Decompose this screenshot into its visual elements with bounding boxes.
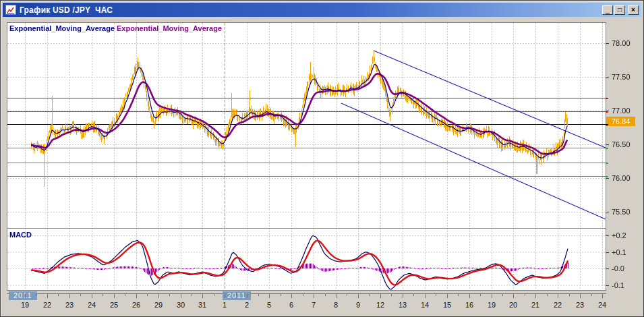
time-tick-minor [258, 293, 259, 296]
time-tick [535, 293, 536, 298]
time-tick [336, 293, 336, 298]
time-tick-minor [480, 293, 481, 296]
time-tick-minor [591, 293, 592, 296]
time-tick-minor [147, 293, 148, 296]
date-label: 19 [483, 301, 500, 309]
time-tick [403, 293, 403, 298]
date-label: 1 [216, 301, 233, 309]
price-scale[interactable]: 76.84 78.0077.5077.0076.5076.0075.50+0.2… [606, 22, 644, 291]
time-tick-minor [325, 293, 326, 296]
time-tick [447, 293, 448, 298]
date-label: 29 [150, 301, 167, 309]
time-tick [380, 293, 381, 298]
time-tick [558, 293, 558, 298]
date-label: 6 [283, 301, 300, 309]
date-label: 13 [394, 301, 411, 309]
price-tick-label: 76.00 [612, 174, 631, 182]
time-tick-minor [458, 293, 459, 296]
time-tick [269, 293, 270, 298]
level-tick [606, 124, 608, 125]
macd-tick-mark [606, 252, 609, 253]
level-tick [606, 111, 608, 113]
date-label: 21 [527, 301, 544, 309]
date-label: 23 [571, 301, 589, 309]
price-tick-label: 78.00 [612, 39, 631, 47]
time-tick-minor [281, 293, 281, 296]
time-tick-minor [547, 293, 548, 296]
time-tick [602, 293, 603, 298]
time-tick-minor [80, 293, 81, 296]
date-label: 26 [127, 301, 145, 309]
minimize-button[interactable]: _ [602, 5, 613, 15]
date-label: 7 [305, 301, 322, 309]
date-label: 15 [438, 301, 456, 309]
time-axis[interactable]: 2011 2011 192223242526293031125678912131… [1, 291, 644, 312]
date-label: 2 [238, 301, 256, 309]
time-tick [225, 293, 225, 298]
current-price-badge: 76.84 [606, 117, 635, 126]
date-label: 25 [105, 301, 123, 309]
time-tick [492, 293, 492, 298]
macd-tick-mark [606, 285, 609, 286]
time-tick [158, 293, 159, 298]
time-tick-minor [525, 293, 525, 296]
date-label: 8 [327, 301, 345, 309]
time-tick-minor [58, 293, 59, 296]
price-tick-mark [606, 144, 609, 145]
level-tick [606, 163, 608, 164]
time-tick-minor [413, 293, 414, 296]
date-label: 14 [416, 301, 434, 309]
title-bar[interactable]: График USD /JPY ЧАС _ □ × [3, 3, 641, 17]
chart-canvas[interactable] [7, 22, 606, 291]
time-tick [114, 293, 115, 298]
date-label: 9 [349, 301, 367, 309]
time-tick [47, 293, 48, 298]
time-tick-minor [125, 293, 125, 296]
date-label: 20 [504, 301, 522, 309]
date-label: 30 [172, 301, 189, 309]
date-label: 24 [83, 301, 100, 309]
time-tick-minor [169, 293, 170, 296]
macd-tick-mark [606, 268, 609, 269]
time-tick [469, 293, 470, 298]
price-tick-mark [606, 178, 609, 179]
time-tick-minor [192, 293, 192, 296]
time-tick [136, 293, 137, 298]
date-label: 22 [549, 301, 566, 309]
time-tick-minor [303, 293, 303, 296]
close-button[interactable]: × [628, 5, 639, 15]
date-label: 19 [16, 301, 34, 309]
time-tick [314, 293, 314, 298]
price-tick-label: 77.50 [612, 73, 631, 81]
time-axis-line [7, 293, 606, 294]
time-tick [291, 293, 292, 298]
time-tick [580, 293, 581, 298]
time-tick-minor [103, 293, 103, 296]
time-tick-minor [391, 293, 392, 296]
time-tick [358, 293, 359, 298]
time-tick [25, 293, 26, 298]
macd-tick-label: +0.2 [612, 231, 626, 239]
maximize-button[interactable]: □ [614, 5, 625, 15]
time-tick [181, 293, 181, 298]
date-label: 5 [260, 301, 278, 309]
time-tick-minor [347, 293, 347, 296]
time-tick [92, 293, 92, 298]
price-tick-label: 76.50 [612, 140, 631, 148]
price-tick-label: 75.50 [612, 208, 631, 216]
date-label: 23 [61, 301, 78, 309]
time-tick [425, 293, 426, 298]
price-tick-mark [606, 77, 609, 78]
date-label: 24 [593, 301, 611, 309]
price-tick-mark [606, 43, 609, 44]
macd-tick-mark [606, 235, 609, 236]
chart-icon [5, 5, 16, 15]
time-tick [69, 293, 70, 298]
macd-tick-label: -0.0 [612, 264, 624, 272]
time-tick-minor [369, 293, 370, 296]
date-label: 12 [372, 301, 389, 309]
time-tick-minor [436, 293, 436, 296]
time-tick [247, 293, 247, 298]
time-tick [202, 293, 203, 298]
time-tick-minor [569, 293, 570, 296]
